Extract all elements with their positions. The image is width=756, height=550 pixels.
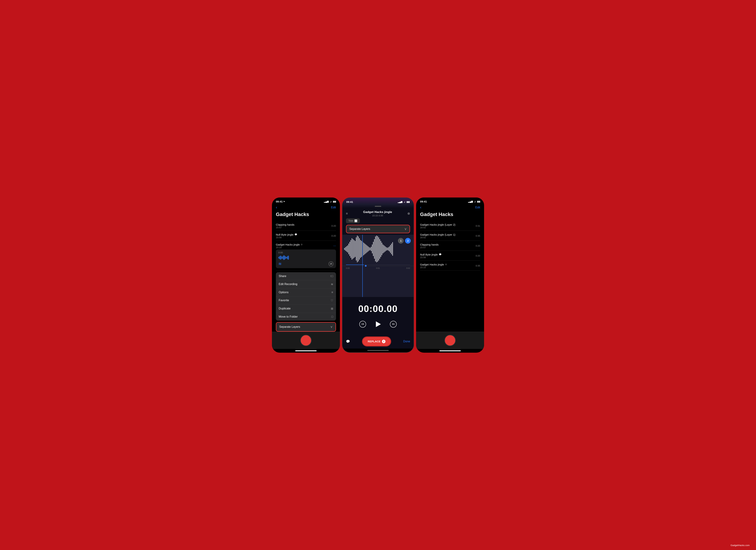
svg-rect-27 [373, 242, 374, 256]
menu-item-duplicate[interactable]: Duplicate ⊞ [276, 305, 336, 313]
skip-back-button[interactable]: ⟨15 [359, 321, 366, 328]
record-button-3[interactable] [444, 335, 456, 346]
layer-2-button[interactable]: 2 [405, 238, 411, 244]
recording-name: Gadget Hacks jingle (Layer 1) [420, 233, 455, 236]
edit-button-3[interactable]: Edit [475, 206, 480, 209]
drag-handle [342, 204, 414, 208]
list-item[interactable]: Gadget Hacks jingle (Layer 2) 16:02 0:31 [420, 221, 480, 231]
content-1: Gadget Hacks Clapping hands 15:57 0:20 [272, 212, 340, 332]
svg-rect-32 [378, 237, 379, 260]
wifi-icon-2: ⊿ [403, 201, 405, 203]
eq-icon[interactable]: ≡ [346, 212, 348, 215]
menu-item-share[interactable]: Share ↑□ [276, 272, 336, 280]
svg-rect-23 [369, 247, 369, 251]
more-options-icon[interactable]: ··· [333, 244, 336, 248]
svg-rect-16 [361, 241, 362, 257]
app-container: 09:41 ➤ ▂▄▆ ⊿ ▮▮▮ ‹ Edit Gadget Hacks [266, 193, 490, 358]
done-button[interactable]: Done [403, 340, 410, 343]
svg-rect-24 [370, 248, 370, 250]
status-icons-3: ▂▄▆ ⊿ ▮▮▮ [468, 200, 480, 203]
svg-rect-15 [360, 240, 361, 258]
signal-icon-2: ▂▄▆ [398, 201, 403, 203]
list-item[interactable]: Clapping hands 15:57 0:20 [420, 241, 480, 251]
separate-layers-highlight-1: Separate Layers ⋎ [276, 322, 336, 332]
edit-button-1[interactable]: Edit [331, 206, 336, 209]
status-time-1: 09:41 ➤ [276, 200, 285, 203]
list-item[interactable]: Gadget Hacks jingle (Layer 1) 16:02 0:35 [420, 231, 480, 241]
svg-rect-34 [380, 241, 381, 257]
layers-icon-3: ⊙ [445, 263, 447, 266]
status-bar-1: 09:41 ➤ ▂▄▆ ⊿ ▮▮▮ [272, 198, 340, 204]
waveform-area: 1 2 [342, 235, 414, 297]
recording-player: 0:00 [276, 249, 336, 268]
home-indicator-2 [367, 350, 389, 351]
menu-item-favorite[interactable]: Favorite ♡ [276, 296, 336, 305]
status-icons-1: ▂▄▆ ⊿ ▮▮▮ [324, 200, 336, 203]
list-item[interactable]: Clapping hands 15:57 0:20 [276, 221, 336, 231]
svg-rect-3 [347, 245, 348, 252]
status-bar-3: 09:41 ▂▄▆ ⊿ ▮▮▮ [416, 198, 484, 204]
svg-rect-35 [382, 243, 382, 255]
list-item[interactable]: Gadget Hacks jingle ⊙ 15:15 0:35 [420, 261, 480, 271]
timeline: 0:00 0:01 0:02 [342, 264, 414, 270]
content-3: Gadget Hacks Gadget Hacks jingle (Layer … [416, 212, 484, 332]
svg-rect-39 [386, 247, 386, 251]
svg-rect-12 [357, 236, 358, 262]
folder-icon: □ [331, 315, 333, 318]
list-item[interactable]: Null Byte jingle 💬 15:56 0:20 [420, 251, 480, 261]
waveform-edit-icon: ≋ [331, 283, 333, 286]
svg-rect-4 [348, 244, 349, 254]
recording-name: Null Byte jingle 💬 [420, 253, 441, 256]
menu-item-options[interactable]: Options ≡ [276, 288, 336, 296]
back-button-3[interactable]: ‹ [420, 205, 421, 210]
svg-rect-1 [345, 247, 346, 251]
svg-rect-31 [377, 236, 378, 262]
recording-name: Gadget Hacks jingle ⊙ [276, 243, 303, 246]
layer-1-button[interactable]: 1 [398, 238, 404, 244]
bottom-bar-1 [272, 332, 340, 349]
svg-rect-18 [363, 243, 364, 255]
menu-item-edit-recording[interactable]: Edit Recording ≋ [276, 280, 336, 288]
menu-item-separate-layers[interactable]: Separate Layers ⋎ [276, 323, 335, 331]
layers-icon: ⊙ [301, 243, 303, 246]
nav-bar-3: ‹ Edit [416, 204, 484, 212]
player-title: Gadget Hacks jingle [363, 210, 392, 214]
status-icons-2: ▂▄▆ ⊿ ▮▮▮ [398, 201, 410, 203]
svg-rect-36 [383, 244, 383, 253]
separate-layers-button[interactable]: Separate Layers ⋎ [347, 225, 410, 233]
back-button-1[interactable]: ‹ [276, 205, 277, 210]
play-button[interactable] [373, 319, 383, 329]
svg-rect-0 [344, 248, 345, 250]
playback-time: 0:00 [278, 251, 283, 254]
chat-icon: 💬 [295, 233, 297, 236]
phone-3: 09:41 ▂▄▆ ⊿ ▮▮▮ ‹ Edit Gadget Hacks [416, 198, 484, 353]
center-bottom-bar: 💬 REPLACE 2 Done [342, 334, 414, 349]
context-menu: Share ↑□ Edit Recording ≋ Options ≡ Fa [276, 272, 336, 332]
menu-item-move-folder[interactable]: Move to Folder □ [276, 313, 336, 321]
separate-layers-icon-2: ⋎ [404, 227, 407, 231]
transcript-icon[interactable]: 💬 [346, 340, 350, 343]
list-item[interactable]: Null Byte jingle 💬 15:56 0:20 [276, 231, 336, 241]
bottom-bar-3 [416, 332, 484, 349]
svg-rect-43 [390, 245, 391, 253]
svg-rect-25 [371, 247, 371, 251]
recording-name: Clapping hands [276, 223, 294, 226]
signal-icon-3: ▂▄▆ [468, 200, 473, 203]
svg-rect-29 [375, 236, 376, 261]
list-item[interactable]: Gadget Hacks jingle ⊙ 15:15 ··· 0:00 [276, 241, 336, 271]
status-bar-2: 09:41 ▂▄▆ ⊿ ▮▮▮ [342, 198, 414, 204]
replace-button[interactable]: REPLACE 2 [362, 337, 391, 346]
home-indicator-1 [295, 350, 317, 351]
svg-rect-9 [354, 240, 354, 258]
more-icon[interactable]: ⊕ [407, 212, 410, 215]
svg-rect-40 [387, 248, 387, 250]
trim-button[interactable]: Trim ⬜ [346, 218, 360, 223]
chat-icon-3: 💬 [439, 253, 442, 256]
context-menu-list: Share ↑□ Edit Recording ≋ Options ≡ Fa [276, 272, 336, 321]
waveform-mini [278, 255, 334, 260]
svg-rect-20 [366, 244, 366, 253]
trim-icon: ⬜ [354, 219, 357, 222]
skip-15-icon[interactable]: 15 [329, 261, 334, 266]
record-button-1[interactable] [300, 335, 312, 346]
skip-forward-button[interactable]: 15⟩ [390, 321, 397, 328]
